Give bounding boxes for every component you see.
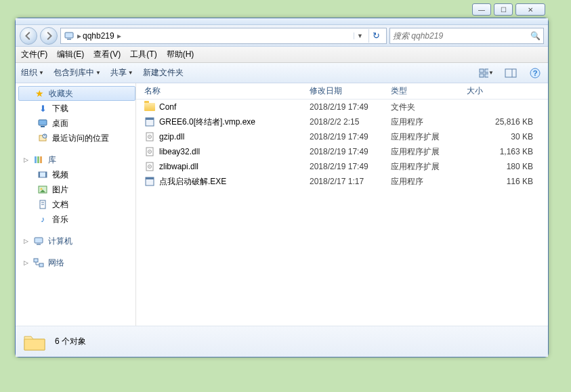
svg-rect-2 — [480, 69, 484, 72]
download-icon: ⬇ — [37, 103, 48, 114]
dll-icon — [144, 131, 155, 142]
organize-button[interactable]: 组织▼ — [21, 67, 44, 79]
file-name: GREE6.0[终结者].vmp.exe — [159, 116, 255, 128]
svg-rect-4 — [480, 74, 484, 77]
command-bar: 组织▼ 包含到库中▼ 共享▼ 新建文件夹 ▼ ? — [16, 63, 548, 83]
video-icon — [37, 169, 48, 180]
search-icon[interactable]: 🔍 — [530, 31, 541, 41]
sidebar-item-documents[interactable]: 文档 — [18, 197, 135, 212]
file-row[interactable]: gzip.dll2018/2/19 17:49应用程序扩展30 KB — [136, 129, 548, 144]
sidebar-item-label: 下载 — [52, 103, 68, 114]
menu-help[interactable]: 帮助(H) — [167, 49, 194, 60]
computer-icon — [33, 236, 44, 246]
file-row[interactable]: zlibwapi.dll2018/2/19 17:49应用程序扩展180 KB — [136, 159, 548, 174]
forward-button[interactable] — [40, 27, 58, 45]
svg-text:?: ? — [533, 69, 538, 77]
file-row[interactable]: GREE6.0[终结者].vmp.exe2018/2/2 2:15应用程序25,… — [136, 114, 548, 129]
file-row[interactable]: libeay32.dll2018/2/19 17:49应用程序扩展1,163 K… — [136, 144, 548, 159]
sidebar-network[interactable]: ▷ 网络 — [18, 255, 135, 270]
file-size: 1,163 KB — [467, 147, 548, 156]
libraries-icon — [33, 154, 44, 165]
sidebar-item-music[interactable]: ♪ 音乐 — [18, 212, 135, 227]
computer-icon — [64, 30, 75, 41]
refresh-button[interactable]: ↻ — [368, 29, 383, 43]
column-type[interactable]: 类型 — [391, 85, 467, 97]
content-pane: 名称 修改日期 类型 大小 Conf2018/2/19 17:49文件夹GREE… — [136, 83, 548, 326]
explorer-window: — ☐ ✕ ▸ qqhb219 ▸ ▼ ↻ 🔍 文件(F) 编辑(E) — [15, 18, 549, 357]
file-row[interactable]: Conf2018/2/19 17:49文件夹 — [136, 100, 548, 114]
pictures-icon — [37, 184, 48, 195]
share-button[interactable]: 共享▼ — [110, 67, 133, 79]
column-date[interactable]: 修改日期 — [310, 85, 391, 97]
file-type: 应用程序 — [391, 176, 467, 188]
back-button[interactable] — [20, 27, 37, 45]
exe-icon — [144, 116, 155, 127]
sidebar-item-label: 文档 — [52, 199, 68, 211]
file-type: 文件夹 — [391, 102, 467, 113]
preview-pane-button[interactable] — [503, 66, 518, 81]
new-folder-button[interactable]: 新建文件夹 — [143, 67, 184, 79]
breadcrumb-item[interactable]: qqhb219 — [83, 31, 114, 41]
recent-icon — [37, 133, 48, 144]
file-size: 25,816 KB — [467, 117, 548, 127]
window-controls: — ☐ ✕ — [472, 3, 545, 16]
include-label: 包含到库中 — [54, 67, 94, 79]
status-text: 6 个对象 — [55, 336, 86, 347]
sidebar-libraries[interactable]: ▷ 库 — [18, 152, 135, 167]
caret-icon: ▷ — [22, 156, 29, 163]
exe-icon — [144, 176, 155, 187]
view-options-button[interactable]: ▼ — [479, 66, 494, 81]
svg-rect-18 — [39, 172, 40, 177]
network-label: 网络 — [48, 257, 64, 269]
file-size: 180 KB — [467, 162, 548, 171]
include-in-library-button[interactable]: 包含到库中▼ — [54, 67, 101, 79]
file-row[interactable]: 点我启动破解.EXE2018/2/17 1:17应用程序116 KB — [136, 174, 548, 189]
help-button[interactable]: ? — [528, 66, 543, 81]
sidebar-item-downloads[interactable]: ⬇ 下载 — [18, 101, 135, 116]
svg-rect-19 — [45, 172, 47, 177]
svg-rect-28 — [39, 263, 43, 267]
svg-point-36 — [149, 151, 150, 152]
address-bar[interactable]: ▸ qqhb219 ▸ ▼ ↻ — [60, 28, 387, 44]
file-list: Conf2018/2/19 17:49文件夹GREE6.0[终结者].vmp.e… — [136, 100, 548, 326]
desktop-icon — [37, 118, 48, 129]
menu-edit[interactable]: 编辑(E) — [57, 49, 84, 60]
navigation-pane: ★ 收藏夹 ⬇ 下载 桌面 最近访问的位置 ▷ — [16, 83, 136, 326]
minimize-button[interactable]: — — [472, 3, 491, 16]
sidebar-favorites[interactable]: ★ 收藏夹 — [18, 86, 135, 101]
file-date: 2018/2/19 17:49 — [310, 147, 391, 156]
menu-file[interactable]: 文件(F) — [21, 49, 47, 60]
sidebar-item-pictures[interactable]: 图片 — [18, 182, 135, 197]
sidebar-computer[interactable]: ▷ 计算机 — [18, 234, 135, 248]
file-name: zlibwapi.dll — [159, 162, 198, 171]
organize-label: 组织 — [21, 67, 37, 79]
file-date: 2018/2/19 17:49 — [310, 132, 391, 141]
sidebar-item-label: 桌面 — [52, 118, 68, 129]
computer-label: 计算机 — [48, 236, 72, 247]
close-button[interactable]: ✕ — [515, 3, 545, 16]
title-bar[interactable] — [16, 18, 548, 25]
sidebar-item-label: 图片 — [52, 184, 68, 196]
menu-tools[interactable]: 工具(T) — [130, 49, 156, 60]
column-size[interactable]: 大小 — [467, 85, 548, 97]
file-type: 应用程序扩展 — [391, 131, 467, 143]
sidebar-item-label: 音乐 — [52, 214, 68, 225]
file-type: 应用程序扩展 — [391, 146, 467, 158]
libraries-label: 库 — [48, 154, 56, 166]
file-date: 2018/2/19 17:49 — [310, 162, 391, 171]
new-folder-label: 新建文件夹 — [143, 67, 184, 79]
history-dropdown[interactable]: ▼ — [354, 32, 366, 39]
file-name: 点我启动破解.EXE — [159, 176, 226, 188]
search-input[interactable] — [393, 31, 530, 41]
search-box[interactable]: 🔍 — [389, 28, 544, 44]
nav-bar: ▸ qqhb219 ▸ ▼ ↻ 🔍 — [16, 25, 548, 47]
svg-rect-41 — [146, 177, 154, 179]
svg-point-21 — [41, 188, 43, 190]
column-name[interactable]: 名称 — [136, 85, 310, 97]
sidebar-item-desktop[interactable]: 桌面 — [18, 116, 135, 131]
svg-rect-11 — [41, 126, 45, 127]
sidebar-item-recent[interactable]: 最近访问的位置 — [18, 131, 135, 146]
maximize-button[interactable]: ☐ — [494, 3, 513, 16]
sidebar-item-videos[interactable]: 视频 — [18, 167, 135, 182]
menu-view[interactable]: 查看(V) — [93, 49, 121, 60]
